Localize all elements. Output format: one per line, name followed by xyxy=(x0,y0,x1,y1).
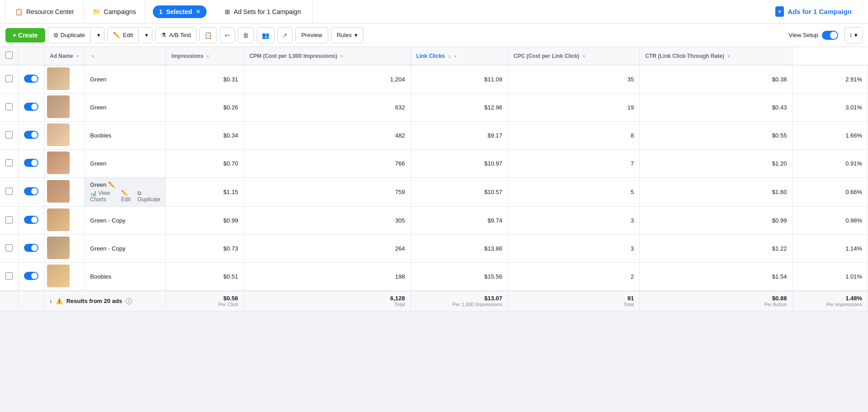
table-row: Green - Copy $0.99 305 $9.74 3 $0.99 0.9… xyxy=(0,207,868,235)
columns-icon: ⫶ xyxy=(849,32,853,38)
row-cost: $0.73 xyxy=(166,235,244,263)
close-selected-icon[interactable]: ✕ xyxy=(196,9,200,15)
ad-toggle[interactable] xyxy=(24,244,38,252)
rules-label: Rules xyxy=(337,32,352,38)
header-ad-name[interactable]: Ad Name ▾ xyxy=(44,47,85,65)
share-button[interactable]: ↗ xyxy=(277,27,292,43)
table-row: Green ✏️ 📊 View Charts ✏️ Edit ⧉ Duplica… xyxy=(0,178,868,207)
row-impressions: 766 xyxy=(244,150,410,178)
row-toggle-cell xyxy=(19,178,44,207)
row-thumbnail-cell xyxy=(44,263,85,291)
ad-thumbnail xyxy=(47,180,70,203)
header-cpm[interactable]: CPM (Cost per 1,000 Impressions) ▾ xyxy=(244,47,410,65)
ad-toggle[interactable] xyxy=(24,131,38,139)
ad-name-text: Green - Copy xyxy=(90,217,125,224)
duplicate-dropdown[interactable]: ▾ xyxy=(94,27,104,43)
header-ctr[interactable]: CTR (Link Click-Through Rate) ▾ xyxy=(640,47,793,65)
row-cpm: $15.56 xyxy=(410,263,508,291)
ctr-filter-icon[interactable]: ▾ xyxy=(727,54,730,59)
table-body: Green $0.31 1,204 $11.09 35 $0.38 2.91% … xyxy=(0,65,868,311)
row-checkbox[interactable] xyxy=(5,244,13,251)
ad-thumbnail xyxy=(47,208,70,231)
rules-button[interactable]: Rules ▾ xyxy=(331,27,363,43)
ad-toggle[interactable] xyxy=(24,216,38,224)
header-cpc[interactable]: CPC (Cost per Link Click) ▾ xyxy=(508,47,639,65)
table-row: Green $0.31 1,204 $11.09 35 $0.38 2.91% xyxy=(0,65,868,94)
view-charts-action[interactable]: 📊 View Charts xyxy=(90,190,117,203)
row-ad-name: Green ✏️ 📊 View Charts ✏️ Edit ⧉ Duplica… xyxy=(85,178,166,207)
edit-dropdown[interactable]: ▾ xyxy=(142,27,152,43)
header-impressions[interactable]: Impressions ▾ xyxy=(166,47,244,65)
cpc-filter-icon[interactable]: ▾ xyxy=(583,54,585,59)
ad-sets-nav[interactable]: ⊞ Ad Sets for 1 Campaign xyxy=(214,0,312,23)
ad-sets-icon: ⊞ xyxy=(225,8,230,15)
ab-test-button[interactable]: ⚗ A/B Test xyxy=(155,27,197,43)
row-toggle-cell xyxy=(19,65,44,94)
row-cost: $0.51 xyxy=(166,263,244,291)
campaigns-nav[interactable]: 📁 Campaigns xyxy=(84,0,146,23)
resource-center-nav[interactable]: 📋 Resource Center xyxy=(5,0,84,23)
columns-button[interactable]: ⫶ ▾ xyxy=(844,27,863,43)
table-header-row: Ad Name ▾ ▾ Impressions ▾ CPM (Cost per … xyxy=(0,47,868,65)
row-ad-name: Green - Copy xyxy=(85,235,166,263)
ad-name-text: Green xyxy=(90,76,106,83)
ads-label: Ads for 1 Campaign xyxy=(788,8,852,15)
duplicate-button[interactable]: ⧉ Duplicate xyxy=(48,27,91,43)
cpm-filter-icon[interactable]: ▾ xyxy=(340,54,343,59)
ad-name-filter-icon[interactable]: ▾ xyxy=(76,54,79,59)
footer-empty-1 xyxy=(0,291,19,311)
row-toggle-cell xyxy=(19,263,44,291)
selected-badge[interactable]: 1 Selected ✕ xyxy=(153,5,207,18)
edit-button[interactable]: ✏️ Edit xyxy=(107,27,139,43)
impressions-filter-icon[interactable]: ▾ xyxy=(207,54,209,59)
row-ctr: 2.91% xyxy=(793,65,868,94)
col2-filter-icon[interactable]: ▾ xyxy=(92,54,94,59)
ad-toggle[interactable] xyxy=(24,187,38,195)
ab-test-icon: ⚗ xyxy=(161,32,166,38)
header-link-clicks[interactable]: Link Clicks ↓ ▾ xyxy=(410,47,508,65)
link-clicks-filter-icon[interactable]: ▾ xyxy=(454,54,457,59)
row-thumbnail-cell xyxy=(44,150,85,178)
row-cpm: $9.17 xyxy=(410,122,508,150)
table-row: Green $0.70 766 $10.97 7 $1.20 0.91% xyxy=(0,150,868,178)
row-checkbox[interactable] xyxy=(5,216,13,223)
footer-results-cell: › ⚠️ Results from 20 ads i xyxy=(44,291,166,311)
footer-cpm: $13.07 Per 1,000 Impressions xyxy=(410,291,508,311)
view-setup-toggle[interactable] xyxy=(822,31,838,40)
duplicate-action[interactable]: ⧉ Duplicate xyxy=(137,190,160,203)
row-cpc: $1.22 xyxy=(640,235,793,263)
ad-toggle[interactable] xyxy=(24,159,38,167)
preview-button[interactable]: Preview xyxy=(295,27,328,43)
ad-toggle[interactable] xyxy=(24,75,38,83)
row-link-clicks: 8 xyxy=(508,122,639,150)
info-icon[interactable]: i xyxy=(126,298,132,304)
table-row: Boobies $0.34 482 $9.17 8 $0.55 1.66% xyxy=(0,122,868,150)
select-all-checkbox[interactable] xyxy=(5,52,13,59)
row-checkbox[interactable] xyxy=(5,103,13,110)
ad-name-label: Ad Name xyxy=(50,53,73,59)
row-toggle-cell xyxy=(19,94,44,122)
ad-toggle[interactable] xyxy=(24,272,38,280)
row-impressions: 1,204 xyxy=(244,65,410,94)
undo-button[interactable]: ↩ xyxy=(220,27,235,43)
ads-nav[interactable]: ≡ Ads for 1 Campaign xyxy=(764,0,863,23)
people-button[interactable]: 👥 xyxy=(257,27,274,43)
ad-toggle[interactable] xyxy=(24,103,38,111)
row-checkbox[interactable] xyxy=(5,159,13,166)
delete-button[interactable]: 🗑 xyxy=(238,27,254,43)
row-checkbox[interactable] xyxy=(5,75,13,82)
row-thumbnail-cell xyxy=(44,65,85,94)
copy-button[interactable]: 📋 xyxy=(199,27,217,43)
link-clicks-sort-icon[interactable]: ↓ xyxy=(448,53,451,59)
row-checkbox-cell xyxy=(0,263,19,291)
edit-action[interactable]: ✏️ Edit xyxy=(121,190,134,203)
row-cost: $0.31 xyxy=(166,65,244,94)
footer-ctr: 1.48% Per Impressions xyxy=(793,291,868,311)
row-thumbnail-cell xyxy=(44,207,85,235)
row-checkbox[interactable] xyxy=(5,272,13,279)
create-button[interactable]: + Create xyxy=(5,28,45,43)
row-checkbox[interactable] xyxy=(5,188,13,195)
expand-icon[interactable]: › xyxy=(50,298,52,305)
row-link-clicks: 7 xyxy=(508,150,639,178)
row-checkbox[interactable] xyxy=(5,131,13,138)
